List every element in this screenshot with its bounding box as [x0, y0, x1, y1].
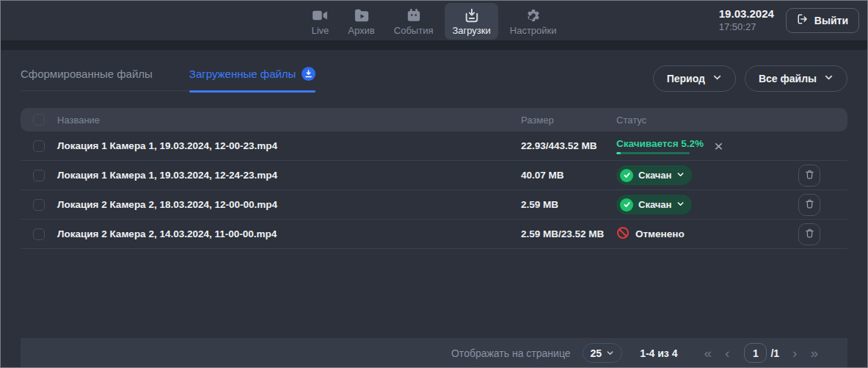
status-badge-downloaded[interactable]: Скачан — [616, 165, 692, 185]
status-done-label: Скачан — [638, 199, 671, 210]
delete-button[interactable] — [798, 223, 820, 245]
delete-button[interactable] — [798, 165, 820, 187]
download-tray-icon — [464, 7, 479, 24]
nav-item-events[interactable]: События — [387, 3, 441, 40]
per-page-select[interactable]: 25 — [583, 343, 623, 363]
row-checkbox[interactable] — [33, 140, 45, 152]
download-progress: Скачивается 5.2% — [616, 138, 704, 154]
tab-label: Сформированные файлы — [21, 68, 153, 80]
nav-label: Загрузки — [452, 25, 490, 36]
file-size: 2.59 MB — [521, 199, 616, 210]
file-name: Локация 1 Камера 1, 19.03.2024, 12-24-23… — [57, 170, 521, 181]
total-pages-label: /1 — [770, 347, 779, 359]
chevron-down-icon — [676, 170, 685, 181]
column-header-status: Статус — [616, 115, 792, 126]
table-row: Локация 2 Камера 2, 14.03.2024, 11-00-00… — [21, 220, 847, 249]
events-icon — [406, 7, 422, 24]
nav-item-settings[interactable]: Настройки — [503, 3, 564, 40]
topbar-right: 19.03.2024 17:50:27 Выйти — [719, 0, 859, 40]
first-page-button[interactable]: « — [704, 346, 712, 360]
file-size: 40.07 MB — [521, 170, 616, 181]
row-checkbox[interactable] — [33, 199, 45, 211]
column-header-size: Размер — [521, 115, 616, 126]
delete-button[interactable] — [798, 194, 820, 216]
logout-button[interactable]: Выйти — [786, 8, 859, 33]
prev-page-button[interactable]: ‹ — [725, 346, 729, 360]
select-all-checkbox[interactable] — [33, 114, 45, 126]
file-type-filter-button[interactable]: Все файлы — [745, 65, 847, 92]
trash-icon — [804, 228, 815, 241]
download-badge-icon — [302, 67, 316, 81]
logout-label: Выйти — [814, 15, 848, 26]
status-cancelled-label: Отменено — [635, 228, 685, 239]
tab-generated-files[interactable]: Сформированные файлы — [21, 67, 153, 81]
video-camera-icon — [312, 7, 328, 24]
period-filter-button[interactable]: Период — [653, 65, 736, 92]
progress-bar-fill — [616, 152, 621, 154]
top-bar: Live Архив События Загрузки Настройки — [0, 0, 868, 40]
gear-icon — [526, 7, 541, 24]
progress-bar — [616, 152, 690, 154]
trash-icon — [804, 169, 815, 182]
next-page-button[interactable]: › — [792, 346, 797, 360]
downloads-table: Название Размер Статус Локация 1 Камера … — [21, 108, 847, 249]
status-badge-downloaded[interactable]: Скачан — [616, 195, 692, 214]
nav-item-archive[interactable]: Архив — [340, 3, 382, 40]
trash-icon — [804, 198, 815, 212]
table-header-row: Название Размер Статус — [21, 108, 847, 131]
status-cancelled: Отменено — [616, 226, 685, 242]
cancelled-icon — [616, 226, 630, 242]
per-page-value: 25 — [591, 347, 602, 359]
table-row: Локация 2 Камера 2, 18.03.2024, 12-00-00… — [21, 190, 847, 220]
nav-label: Настройки — [510, 25, 557, 36]
main-navigation: Live Архив События Загрузки Настройки — [304, 3, 564, 40]
nav-item-live[interactable]: Live — [304, 3, 336, 40]
status-done-label: Скачан — [638, 170, 671, 181]
last-page-button[interactable]: » — [810, 346, 818, 360]
nav-item-downloads[interactable]: Загрузки — [445, 3, 497, 40]
table-row: Локация 1 Камера 1, 19.03.2024, 12-00-23… — [21, 131, 847, 161]
check-icon — [620, 169, 633, 182]
chevron-down-icon — [824, 73, 834, 84]
cancel-download-icon[interactable]: × — [714, 138, 723, 154]
file-name: Локация 1 Камера 1, 19.03.2024, 12-00-23… — [57, 140, 521, 151]
file-type-filter-label: Все файлы — [759, 73, 817, 84]
tabs: Сформированные файлы Загруженные файлы — [21, 67, 316, 91]
header-separator — [0, 40, 868, 50]
chevron-down-icon — [676, 199, 685, 210]
current-time: 17:50:27 — [719, 21, 774, 33]
nav-label: Live — [311, 25, 329, 36]
column-header-name: Название — [57, 115, 521, 126]
nav-label: Архив — [348, 25, 374, 36]
toolbar-row: Сформированные файлы Загруженные файлы П… — [21, 65, 847, 92]
tab-label: Загруженные файлы — [189, 68, 296, 80]
logout-icon — [797, 13, 809, 27]
nav-label: События — [394, 25, 434, 36]
row-checkbox[interactable] — [33, 170, 45, 181]
pagination-bar: Отображать на странице 25 1-4 из 4 « ‹ 1… — [21, 338, 847, 368]
row-checkbox[interactable] — [33, 228, 45, 240]
current-page-input[interactable]: 1 — [744, 343, 767, 363]
file-name: Локация 2 Камера 2, 14.03.2024, 11-00-00… — [57, 228, 521, 239]
folder-archive-icon — [354, 7, 370, 24]
range-label: 1-4 из 4 — [640, 347, 677, 359]
filters: Период Все файлы — [653, 65, 847, 92]
chevron-down-icon — [606, 347, 614, 359]
per-page-label: Отображать на странице — [451, 347, 571, 359]
downloads-page: Сформированные файлы Загруженные файлы П… — [0, 65, 868, 249]
file-size: 22.93/443.52 MB — [521, 140, 616, 151]
check-icon — [620, 198, 633, 212]
file-size: 2.59 MB/23.52 MB — [521, 228, 616, 239]
file-name: Локация 2 Камера 2, 18.03.2024, 12-00-00… — [57, 199, 521, 210]
status-downloading-label: Скачивается 5.2% — [616, 138, 704, 149]
table-row: Локация 1 Камера 1, 19.03.2024, 12-24-23… — [21, 161, 847, 190]
chevron-down-icon — [712, 73, 722, 84]
period-filter-label: Период — [667, 73, 705, 84]
datetime-display: 19.03.2024 17:50:27 — [719, 7, 774, 33]
tab-downloaded-files[interactable]: Загруженные файлы — [189, 67, 316, 81]
current-date: 19.03.2024 — [719, 7, 774, 21]
